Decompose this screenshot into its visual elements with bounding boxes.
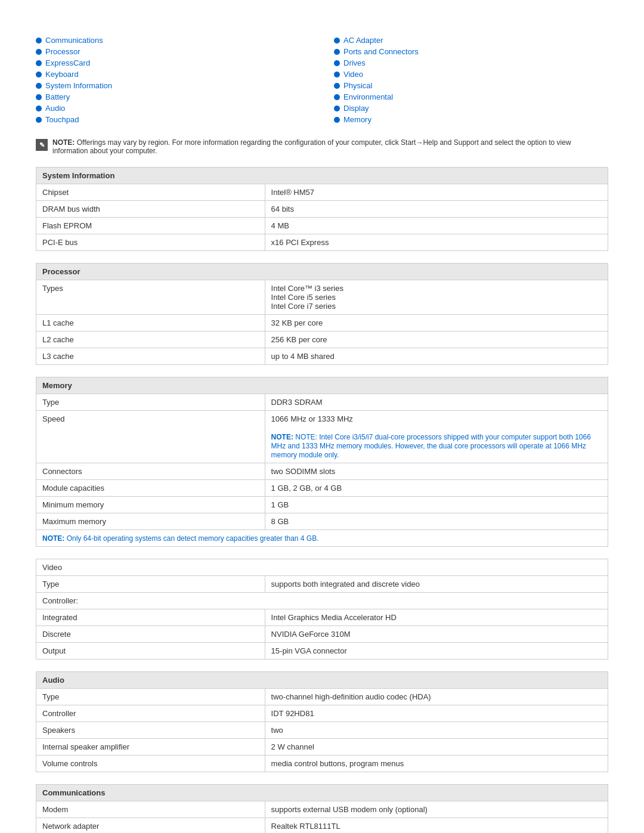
nav-item: System Information xyxy=(36,81,310,90)
nav-bullet xyxy=(36,38,42,44)
audio-table: Audio Typetwo-channel high-definition au… xyxy=(36,671,608,772)
nav-item: Communications xyxy=(36,36,310,45)
nav-item: Touchpad xyxy=(36,115,310,124)
table-row: Network adapterRealtek RTL8111TL xyxy=(36,818,608,834)
table-row: DiscreteNVIDIA GeForce 310M xyxy=(36,626,608,643)
note-text: NOTE: Offerings may vary by region. For … xyxy=(52,138,608,155)
table-row: L2 cache256 KB per core xyxy=(36,332,608,348)
nav-item: ExpressCard xyxy=(36,58,310,67)
nav-item: Physical xyxy=(334,81,608,90)
memory-bottom-note: NOTE: Only 64-bit operating systems can … xyxy=(42,534,319,543)
nav-bullet xyxy=(36,49,42,55)
nav-item: Video xyxy=(334,70,608,79)
nav-bullet xyxy=(36,106,42,112)
table-row: L3 cacheup to 4 MB shared xyxy=(36,348,608,365)
nav-item: Drives xyxy=(334,58,608,67)
nav-bullet xyxy=(36,117,42,123)
note-icon: ✎ xyxy=(36,139,48,151)
table-row: Internal speaker amplifier2 W channel xyxy=(36,739,608,755)
table-row: Connectorstwo SODIMM slots xyxy=(36,463,608,480)
note-box: ✎ NOTE: Offerings may vary by region. Fo… xyxy=(36,138,608,155)
table-row: Speed1066 MHz or 1333 MHzNOTE: NOTE: Int… xyxy=(36,411,608,463)
communications-table: Communications Modemsupports external US… xyxy=(36,784,608,833)
nav-bullet xyxy=(334,60,340,66)
nav-item: Ports and Connectors xyxy=(334,47,608,56)
nav-bullet xyxy=(334,72,340,78)
nav-col-right: AC AdapterPorts and ConnectorsDrivesVide… xyxy=(334,36,608,126)
nav-item: Memory xyxy=(334,115,608,124)
table-row: Typetwo-channel high-definition audio co… xyxy=(36,689,608,705)
nav-item: Processor xyxy=(36,47,310,56)
memory-table: Memory TypeDDR3 SDRAMSpeed1066 MHz or 13… xyxy=(36,377,608,547)
nav-bullet xyxy=(334,83,340,89)
table-row: Minimum memory1 GB xyxy=(36,497,608,513)
table-row: TypesIntel Core™ i3 seriesIntel Core i5 … xyxy=(36,280,608,315)
nav-bullet xyxy=(36,72,42,78)
nav-bullet xyxy=(334,38,340,44)
nav-item: Keyboard xyxy=(36,70,310,79)
nav-bullet xyxy=(334,94,340,100)
table-row: ControllerIDT 92HD81 xyxy=(36,705,608,722)
table-row: DRAM bus width64 bits xyxy=(36,201,608,218)
table-row: ChipsetIntel® HM57 xyxy=(36,184,608,201)
nav-bullet xyxy=(36,60,42,66)
table-row: Modemsupports external USB modem only (o… xyxy=(36,801,608,818)
nav-section: CommunicationsProcessorExpressCardKeyboa… xyxy=(36,36,608,126)
nav-bullet xyxy=(334,117,340,123)
communications-header: Communications xyxy=(36,785,608,801)
table-row: IntegratedIntel Graphics Media Accelerat… xyxy=(36,609,608,626)
table-row: Module capacities1 GB, 2 GB, or 4 GB xyxy=(36,480,608,497)
processor-table: Processor TypesIntel Core™ i3 seriesInte… xyxy=(36,263,608,365)
nav-item: Audio xyxy=(36,104,310,113)
nav-item: AC Adapter xyxy=(334,36,608,45)
table-row: Volume controlsmedia control buttons, pr… xyxy=(36,755,608,772)
nav-item: Display xyxy=(334,104,608,113)
nav-item: Battery xyxy=(36,92,310,101)
system-info-header: System Information xyxy=(36,168,608,184)
table-row: Controller: xyxy=(36,593,608,609)
table-row: Output15-pin VGA connector xyxy=(36,643,608,659)
nav-col-left: CommunicationsProcessorExpressCardKeyboa… xyxy=(36,36,310,126)
table-row: Speakerstwo xyxy=(36,722,608,739)
table-row: Typesupports both integrated and discret… xyxy=(36,576,608,593)
nav-bullet xyxy=(36,94,42,100)
nav-item: Environmental xyxy=(334,92,608,101)
table-row: Flash EPROM4 MB xyxy=(36,218,608,234)
nav-bullet xyxy=(36,83,42,89)
nav-bullet xyxy=(334,106,340,112)
table-row: L1 cache32 KB per core xyxy=(36,315,608,332)
nav-bullet xyxy=(334,49,340,55)
memory-header: Memory xyxy=(36,377,608,394)
processor-header: Processor xyxy=(36,264,608,280)
system-info-table: System Information ChipsetIntel® HM57DRA… xyxy=(36,167,608,251)
audio-header: Audio xyxy=(36,672,608,689)
table-row: Maximum memory8 GB xyxy=(36,513,608,530)
table-row: PCI-E busx16 PCI Express xyxy=(36,234,608,251)
table-row: TypeDDR3 SDRAM xyxy=(36,394,608,411)
video-table: Video Typesupports both integrated and d… xyxy=(36,559,608,659)
